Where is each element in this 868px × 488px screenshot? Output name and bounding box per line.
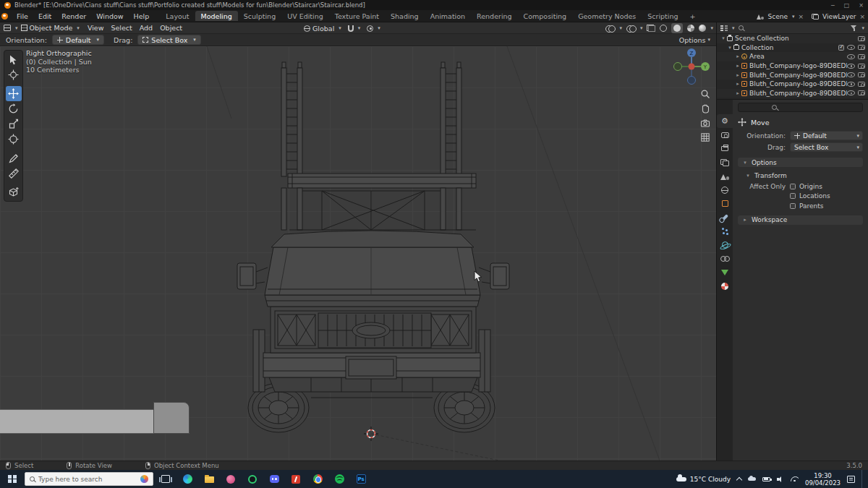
workspace-section-header[interactable]: Workspace [738, 215, 863, 225]
speaker-icon[interactable] [777, 476, 784, 482]
menu-render[interactable]: Render [56, 12, 91, 21]
scale-tool[interactable] [6, 116, 22, 132]
outliner-row-area-light[interactable]: Area [717, 52, 868, 61]
menu-add[interactable]: Add [136, 24, 156, 32]
tab-render-icon[interactable] [717, 128, 733, 142]
menu-view[interactable]: View [84, 24, 108, 32]
disclosure-icon[interactable] [726, 45, 733, 51]
photos-app-button[interactable] [220, 470, 242, 488]
solid-box-object[interactable] [153, 402, 190, 434]
render-visibility-icon[interactable] [858, 64, 865, 69]
gizmo-neg-y-axis[interactable] [674, 63, 682, 71]
render-visibility-icon[interactable] [858, 45, 865, 50]
tab-particles-icon[interactable] [717, 224, 733, 238]
outliner-row-mesh-1[interactable]: Bluth_Company-logo-89D8EDE128 [717, 61, 868, 71]
options-dropdown[interactable]: Options [679, 36, 710, 44]
outliner-row-mesh-2[interactable]: Bluth_Company-logo-89D8EDE128 [717, 70, 868, 80]
tab-constraints-icon[interactable] [717, 252, 733, 265]
hide-viewport-icon[interactable] [847, 54, 855, 59]
outliner-row-scene-collection[interactable]: Scene Collection [717, 34, 868, 43]
menu-help[interactable]: Help [129, 12, 155, 21]
shading-material-icon[interactable] [687, 25, 694, 32]
tab-geometry-nodes[interactable]: Geometry Nodes [572, 11, 642, 21]
tab-tool-icon[interactable] [717, 114, 733, 128]
transform-orientation-dropdown[interactable]: Global [304, 25, 341, 33]
tab-world-icon[interactable] [717, 183, 733, 197]
view-layer-selector[interactable]: ViewLayer [822, 13, 856, 20]
toggle-xray-icon[interactable] [647, 25, 655, 32]
show-overlays-dropdown[interactable] [626, 25, 643, 32]
options-section-header[interactable]: Options [738, 158, 863, 167]
disclosure-icon[interactable] [734, 72, 741, 78]
clock[interactable]: 19:30 09/04/2023 [805, 472, 841, 487]
task-view-button[interactable] [155, 470, 176, 488]
gizmo-neg-z-axis[interactable] [688, 77, 696, 85]
tab-material-icon[interactable] [717, 279, 733, 293]
transform-tool[interactable] [6, 132, 22, 147]
tab-animation[interactable]: Animation [425, 11, 471, 21]
spotify-button[interactable] [328, 470, 350, 488]
transform-subsection-header[interactable]: Transform [741, 171, 863, 180]
chrome-button[interactable] [307, 470, 328, 488]
show-gizmo-dropdown[interactable] [605, 25, 622, 32]
outliner-search-icon[interactable] [739, 25, 744, 30]
hide-viewport-icon[interactable] [847, 90, 855, 95]
tab-sculpting[interactable]: Sculpting [238, 11, 281, 21]
tab-output-icon[interactable] [717, 142, 733, 155]
search-input[interactable] [38, 476, 124, 483]
cursor-tool[interactable] [6, 67, 22, 82]
origins-checkbox[interactable] [790, 184, 796, 189]
mode-dropdown[interactable]: Object Mode [21, 24, 80, 32]
disclosure-icon[interactable] [720, 35, 727, 41]
proportional-edit-dropdown[interactable] [367, 25, 380, 32]
editor-type-selector[interactable] [4, 25, 18, 31]
snap-dropdown[interactable] [348, 25, 361, 32]
view-layer-unlink-icon[interactable] [859, 13, 865, 20]
drag-dropdown[interactable]: Select Box [137, 35, 201, 45]
hide-viewport-icon[interactable] [847, 72, 855, 77]
menu-object[interactable]: Object [156, 24, 186, 32]
disclosure-icon[interactable] [734, 63, 741, 69]
outliner-editor-selector[interactable] [720, 25, 735, 31]
shading-wireframe-icon[interactable] [660, 25, 667, 32]
pan-hand-icon[interactable] [699, 103, 712, 114]
file-explorer-button[interactable] [198, 470, 220, 488]
onedrive-icon[interactable] [748, 477, 756, 481]
shading-rendered-dropdown[interactable] [699, 25, 713, 32]
add-cube-tool[interactable] [6, 184, 22, 200]
drag-dropdown[interactable]: Select Box [790, 142, 863, 152]
r-app-button[interactable] [285, 470, 307, 488]
blender-menu-icon[interactable] [1, 13, 8, 20]
hide-viewport-icon[interactable] [847, 45, 855, 50]
maximize-button[interactable] [844, 2, 850, 9]
zoom-icon[interactable] [699, 88, 712, 100]
tab-scene-icon[interactable] [717, 169, 733, 183]
select-box-tool[interactable] [6, 52, 22, 67]
parents-checkbox[interactable] [790, 203, 796, 209]
search-highlights-icon[interactable] [140, 475, 148, 483]
tab-scripting[interactable]: Scripting [642, 11, 684, 21]
move-tool[interactable] [6, 86, 22, 101]
collection-checkbox[interactable] [838, 45, 844, 51]
tab-texture-paint[interactable]: Texture Paint [329, 11, 385, 21]
gizmo-x-axis[interactable] [689, 64, 695, 70]
action-center-icon[interactable] [847, 476, 855, 483]
battery-icon[interactable] [762, 477, 770, 481]
tab-object-icon[interactable] [717, 197, 733, 210]
tab-uv-editing[interactable]: UV Editing [281, 11, 329, 21]
orientation-dropdown[interactable]: Default [52, 35, 104, 45]
obs-button[interactable] [242, 470, 263, 488]
hide-viewport-icon[interactable] [847, 82, 855, 87]
scene-unlink-icon[interactable] [798, 13, 804, 20]
add-workspace-button[interactable]: + [684, 11, 702, 21]
outliner-row-mesh-3[interactable]: Bluth_Company-logo-89D8EDE128 [717, 80, 868, 89]
staircar-wireframe-model[interactable] [0, 46, 716, 461]
camera-view-icon[interactable] [699, 117, 712, 129]
render-visibility-icon[interactable] [858, 54, 865, 59]
outliner-row-mesh-4[interactable]: Bluth_Company-logo-89D8EDE128 [717, 89, 868, 98]
show-hidden-icons[interactable] [736, 477, 742, 483]
taskbar-search[interactable] [25, 472, 153, 486]
tab-layout[interactable]: Layout [160, 11, 195, 21]
network-icon[interactable] [791, 476, 799, 481]
tab-modifiers-icon[interactable] [717, 210, 733, 224]
